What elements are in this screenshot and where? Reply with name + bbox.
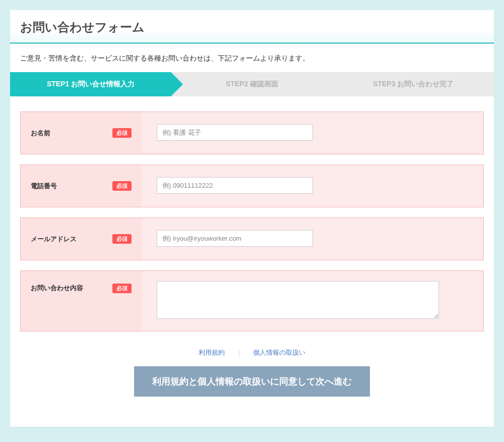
form-container: お問い合わせフォーム ご意見・苦情を含む、サービスに関する各種お問い合わせは、下…: [10, 10, 494, 427]
intro-text: ご意見・苦情を含む、サービスに関する各種お問い合わせは、下記フォームより承ります…: [10, 44, 494, 72]
input-cell-tel: [142, 165, 483, 207]
label-cell-name: お名前 必須: [21, 112, 142, 154]
row-content: お問い合わせ内容 必須: [20, 270, 484, 332]
required-badge: 必須: [112, 234, 132, 244]
submit-button[interactable]: 利用規約と個人情報の取扱いに同意して次へ進む: [134, 366, 370, 397]
separator: ｜: [236, 349, 242, 356]
input-cell-name: [142, 112, 483, 154]
label-content: お問い合わせ内容: [31, 284, 83, 293]
link-privacy[interactable]: 個人情報の取扱い: [253, 349, 305, 356]
row-tel: 電話番号 必須: [20, 164, 484, 207]
email-input[interactable]: [157, 230, 313, 247]
step-1: STEP1 お問い合せ情報入力: [10, 72, 171, 96]
link-terms[interactable]: 利用規約: [199, 349, 225, 356]
required-badge: 必須: [112, 181, 132, 191]
label-cell-content: お問い合わせ内容 必須: [21, 271, 142, 331]
name-input[interactable]: [157, 124, 313, 141]
links-bar: 利用規約 ｜ 個人情報の取扱い: [20, 342, 484, 366]
label-cell-tel: 電話番号 必須: [21, 165, 142, 207]
tel-input[interactable]: [157, 177, 313, 194]
label-cell-email: メールアドレス 必須: [21, 218, 142, 260]
required-badge: 必須: [112, 284, 132, 293]
row-email: メールアドレス 必須: [20, 217, 484, 260]
label-email: メールアドレス: [31, 235, 77, 244]
step-3: STEP3 お問い合わせ完了: [333, 72, 494, 96]
label-tel: 電話番号: [31, 182, 57, 191]
required-badge: 必須: [112, 128, 132, 138]
row-name: お名前 必須: [20, 112, 484, 154]
submit-wrap: 利用規約と個人情報の取扱いに同意して次へ進む: [20, 366, 484, 417]
page-title: お問い合わせフォーム: [10, 10, 494, 44]
form: お名前 必須 電話番号 必須 メールアドレス 必須: [10, 112, 494, 427]
label-name: お名前: [31, 129, 50, 138]
steps-bar: STEP1 お問い合せ情報入力 STEP2 確認画面 STEP3 お問い合わせ完…: [10, 72, 494, 96]
content-textarea[interactable]: [157, 281, 439, 319]
input-cell-email: [142, 218, 483, 260]
input-cell-content: [142, 271, 483, 331]
step-2: STEP2 確認画面: [171, 72, 333, 96]
